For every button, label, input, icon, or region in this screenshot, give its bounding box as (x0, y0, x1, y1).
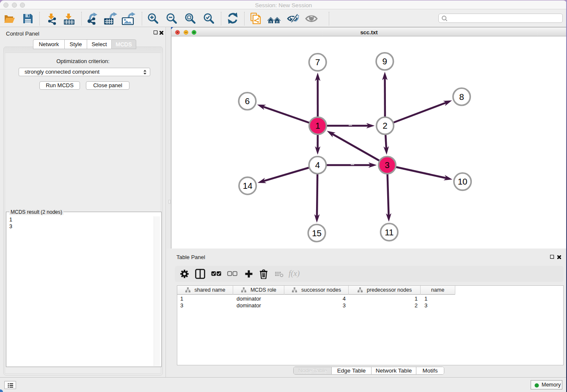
svg-text:3: 3 (385, 160, 389, 170)
svg-text:6: 6 (245, 96, 250, 106)
svg-text:9: 9 (383, 56, 387, 66)
svg-text:15: 15 (312, 228, 322, 238)
svg-text:11: 11 (385, 227, 394, 237)
svg-text:7: 7 (315, 57, 320, 67)
svg-text:1: 1 (315, 121, 320, 130)
svg-text:f(x): f(x) (289, 269, 300, 278)
svg-text:10: 10 (458, 177, 468, 186)
svg-text:2: 2 (383, 121, 387, 130)
svg-text:8: 8 (459, 92, 464, 102)
svg-text:14: 14 (243, 181, 253, 190)
svg-text:4: 4 (315, 160, 320, 170)
